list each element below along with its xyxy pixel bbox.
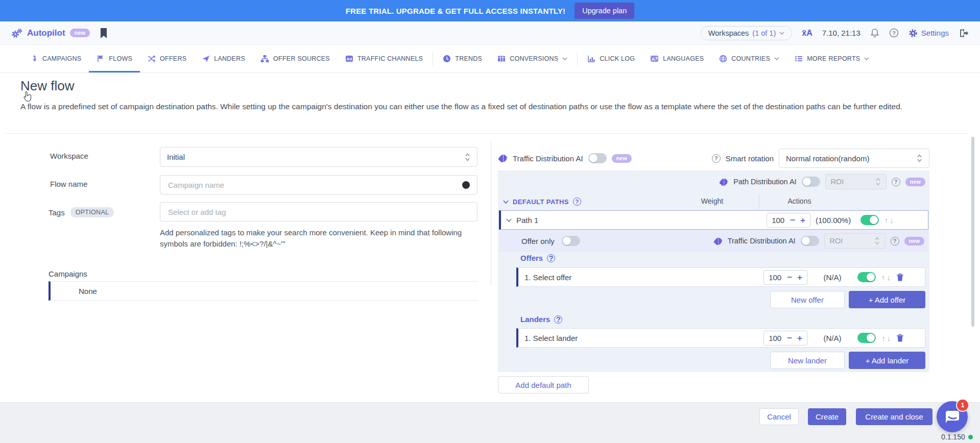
smart-rotation-help-icon[interactable]: ? (712, 154, 721, 163)
notifications-bell-icon[interactable] (870, 28, 879, 38)
svg-text:A: A (652, 57, 655, 62)
workspaces-dropdown[interactable]: Workspaces (1 of 1) (701, 26, 792, 40)
chevron-down-icon (864, 57, 869, 60)
default-paths-title[interactable]: DEFAULT PATHS (513, 198, 569, 206)
traffic-distribution-row: Traffic Distribution AI new ? Smart rota… (498, 148, 929, 168)
lander-row-label[interactable]: 1. Select lander (524, 334, 578, 342)
add-lander-button[interactable]: + Add lander (849, 352, 925, 369)
increase-weight-button[interactable]: + (800, 216, 805, 225)
offers-section-title: Offers ? (520, 254, 555, 262)
trash-icon[interactable] (896, 334, 904, 342)
nav-flows[interactable]: FLOWS (89, 45, 140, 72)
campaigns-value: None (79, 287, 97, 296)
bookmark-icon[interactable] (100, 28, 108, 39)
traffic-ai-label: Traffic Distribution AI (513, 154, 583, 163)
offer-buttons-row: New offer + Add offer (770, 291, 925, 308)
path-weight-stepper[interactable]: 100 − + (767, 213, 810, 228)
nav-offers[interactable]: OFFERS (140, 45, 194, 72)
cancel-button[interactable]: Cancel (759, 408, 799, 425)
app-screen: FREE TRIAL. UPGRADE & GET FULL ACCESS IN… (0, 0, 980, 443)
nav-trends[interactable]: TRENDS (435, 45, 490, 72)
increase-weight-button[interactable]: + (797, 334, 802, 342)
nav-conversions[interactable]: CONVERSIONS (490, 45, 575, 72)
nav-campaigns[interactable]: CAMPAIGNS (22, 45, 89, 72)
nav-languages[interactable]: A LANGUAGES (642, 45, 711, 72)
tags-input[interactable] (167, 207, 470, 217)
path-traffic-ai-toggle[interactable] (801, 236, 819, 246)
create-and-close-button[interactable]: Create and close (856, 408, 933, 425)
default-paths-help-icon[interactable]: ? (573, 198, 581, 206)
move-down-icon[interactable]: ↓ (890, 216, 894, 225)
workspaces-label: Workspaces (708, 29, 749, 37)
autopilot-brand-link[interactable]: Autopilot (27, 28, 65, 38)
path-traffic-ai-new-badge: new (904, 237, 924, 245)
move-down-icon[interactable]: ↓ (887, 273, 891, 282)
logout-icon[interactable] (959, 29, 969, 38)
nav-click-log[interactable]: CLICK LOG (580, 45, 642, 72)
collapse-chevron-icon[interactable] (506, 218, 512, 222)
autopilot-gears-icon (11, 28, 22, 38)
offer-only-toggle[interactable] (562, 236, 580, 246)
trash-icon[interactable] (896, 273, 904, 282)
main-nav: CAMPAIGNS FLOWS OFFERS LANDERS OFFER SOU… (0, 45, 980, 73)
path-ai-help-icon[interactable]: ? (892, 178, 900, 186)
shuffle-icon (148, 55, 156, 63)
settings-button[interactable]: Settings (909, 29, 949, 38)
add-default-path-button[interactable]: Add default path (498, 376, 589, 393)
ai-brain-icon (719, 178, 728, 186)
lander-enabled-toggle[interactable] (857, 333, 876, 343)
nav-countries[interactable]: COUNTRIES (711, 45, 787, 72)
offer-enabled-toggle[interactable] (857, 272, 876, 282)
decrease-weight-button[interactable]: − (787, 334, 792, 342)
move-up-icon[interactable]: ↑ (881, 273, 886, 282)
default-paths-header: DEFAULT PATHS ? Weight Actions (498, 193, 929, 210)
lander-weight-value[interactable]: 100 (769, 334, 782, 342)
nav-offer-sources[interactable]: OFFER SOURCES (253, 45, 338, 72)
nav-more-reports[interactable]: MORE REPORTS (787, 45, 877, 72)
new-lander-button[interactable]: New lander (770, 352, 845, 369)
path-weight-value[interactable]: 100 (772, 216, 785, 225)
workspace-label: Workspace (50, 152, 88, 160)
workspace-select[interactable]: Initial (160, 147, 477, 167)
sitemap-icon (260, 55, 269, 63)
gear-icon (909, 29, 918, 38)
nav-traffic-channels[interactable]: Ad TRAFFIC CHANNELS (338, 45, 431, 72)
new-offer-button[interactable]: New offer (770, 291, 845, 308)
move-up-icon[interactable]: ↑ (885, 216, 889, 225)
offer-weight-value[interactable]: 100 (769, 273, 782, 282)
offer-weight-stepper[interactable]: 100 − + (763, 270, 807, 285)
flow-name-input[interactable] (167, 180, 470, 190)
path-name[interactable]: Path 1 (516, 216, 538, 225)
select-chevrons-icon (874, 236, 880, 245)
path-enabled-toggle[interactable] (861, 215, 879, 225)
decrease-weight-button[interactable]: − (790, 216, 795, 225)
chat-widget-button[interactable]: 1 (937, 401, 968, 432)
help-circle-icon[interactable]: ? (889, 28, 899, 38)
offers-help-icon[interactable]: ? (547, 254, 555, 262)
scrollbar-thumb[interactable] (971, 137, 974, 327)
decrease-weight-button[interactable]: − (787, 273, 792, 282)
collapse-chevron-icon[interactable] (503, 200, 509, 204)
lander-weight-stepper[interactable]: 100 − + (763, 331, 807, 346)
select-chevrons-icon (875, 177, 881, 186)
traffic-ai-toggle[interactable] (588, 153, 607, 163)
nav-landers[interactable]: LANDERS (194, 45, 253, 72)
upgrade-plan-button[interactable]: Upgrade plan (575, 3, 634, 19)
add-offer-button[interactable]: + Add offer (849, 291, 925, 308)
increase-weight-button[interactable]: + (797, 273, 802, 282)
landers-help-icon[interactable]: ? (554, 315, 562, 324)
smart-rotation-select[interactable]: Normal rotation(random) (779, 149, 929, 168)
flow-color-dot[interactable] (462, 181, 470, 189)
optional-badge: OPTIONAL (70, 207, 114, 217)
create-button[interactable]: Create (808, 408, 846, 425)
tags-field-wrap (160, 202, 477, 222)
chat-bubble-icon (944, 409, 961, 424)
move-down-icon[interactable]: ↓ (887, 334, 891, 342)
path-distribution-row: Path Distribution AI ROI ? new (498, 174, 925, 190)
translate-icon[interactable]: x̄A (802, 29, 812, 38)
path-traffic-ai-help-icon[interactable]: ? (891, 237, 899, 245)
offer-row-label[interactable]: 1. Select offer (524, 273, 571, 282)
move-up-icon[interactable]: ↑ (881, 334, 886, 342)
settings-label: Settings (921, 29, 949, 37)
path-ai-toggle[interactable] (802, 177, 820, 187)
